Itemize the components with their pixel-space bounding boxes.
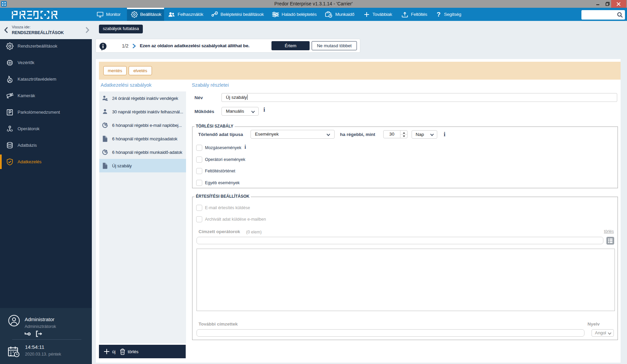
svg-text:?: ? [437,11,440,18]
